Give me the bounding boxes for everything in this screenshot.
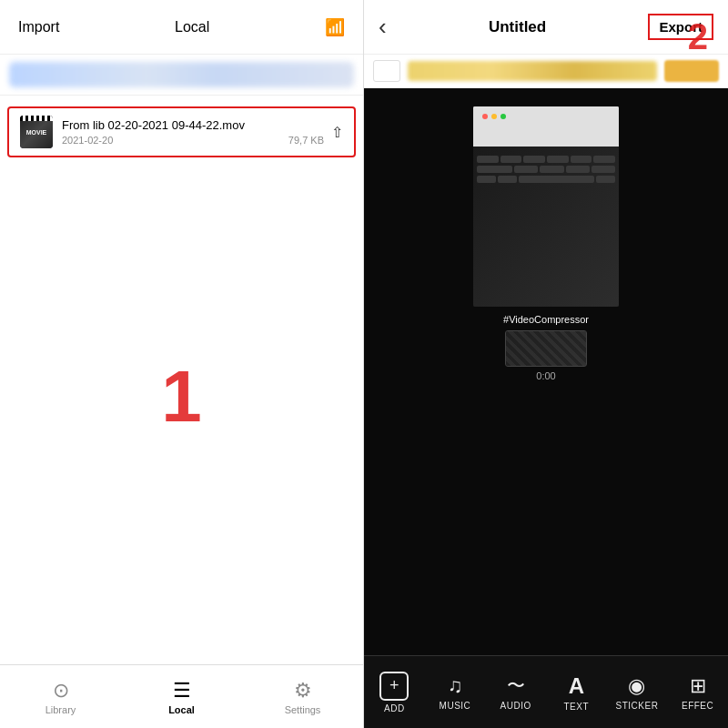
tool-label-add: ADD bbox=[384, 703, 405, 713]
left-panel: Import Local 📶 MOVIE From lib 02-20-2021… bbox=[0, 0, 364, 728]
text-icon: A bbox=[569, 673, 584, 699]
key bbox=[477, 176, 496, 183]
promo-logo bbox=[373, 60, 400, 82]
nav-item-local[interactable]: ☰ Local bbox=[121, 673, 242, 721]
settings-icon: ⚙ bbox=[294, 679, 312, 703]
key bbox=[566, 166, 590, 173]
tool-label-music: MUSIC bbox=[440, 701, 471, 711]
wifi-icon: 📶 bbox=[325, 17, 345, 37]
keyboard-mockup bbox=[473, 147, 619, 307]
file-item[interactable]: MOVIE From lib 02-20-2021 09-44-22.mov 2… bbox=[7, 106, 356, 157]
right-panel: ‹ Untitled Export 2 bbox=[364, 0, 728, 728]
key bbox=[540, 166, 563, 173]
nav-item-library[interactable]: ⊙ Library bbox=[0, 673, 121, 721]
effect-icon: ⊞ bbox=[690, 674, 706, 698]
dot-red bbox=[482, 114, 488, 119]
file-meta: 2021-02-20 79,7 KB bbox=[62, 135, 324, 146]
key bbox=[523, 156, 545, 163]
left-bottom-nav: ⊙ Library ☰ Local ⚙ Settings bbox=[0, 664, 363, 728]
key bbox=[592, 166, 615, 173]
file-icon: MOVIE bbox=[20, 116, 53, 148]
library-icon: ⊙ bbox=[53, 679, 69, 703]
nav-label-local: Local bbox=[168, 704, 195, 715]
key bbox=[500, 156, 522, 163]
video-preview bbox=[473, 106, 619, 307]
add-icon: + bbox=[379, 672, 409, 701]
timecode: 0:00 bbox=[536, 370, 555, 381]
key bbox=[571, 156, 592, 163]
search-bar-area bbox=[0, 55, 363, 96]
sticker-icon: ◉ bbox=[628, 674, 645, 698]
keyboard-rows bbox=[473, 147, 619, 192]
file-date: 2021-02-20 bbox=[62, 135, 113, 146]
file-name: From lib 02-20-2021 09-44-22.mov bbox=[62, 118, 324, 132]
key bbox=[593, 156, 615, 163]
bottom-toolbar: + ADD ♫ MUSIC 〜 AUDIO A TEXT ◉ STICKER ⊞… bbox=[364, 655, 728, 728]
nav-item-settings[interactable]: ⚙ Settings bbox=[242, 673, 363, 721]
hashtag-label: #VideoCompressor bbox=[503, 314, 589, 325]
file-icon-text: MOVIE bbox=[26, 129, 47, 136]
search-bar-blur bbox=[9, 62, 354, 87]
left-content-area: MOVIE From lib 02-20-2021 09-44-22.mov 2… bbox=[0, 96, 363, 664]
tool-add[interactable]: + ADD bbox=[371, 672, 417, 713]
audio-icon: 〜 bbox=[507, 673, 525, 698]
tool-text[interactable]: A TEXT bbox=[553, 673, 599, 712]
tool-label-text: TEXT bbox=[564, 702, 590, 712]
key bbox=[547, 156, 569, 163]
left-header: Import Local 📶 bbox=[0, 0, 363, 55]
screen-dots bbox=[482, 114, 506, 119]
back-button[interactable]: ‹ bbox=[379, 13, 387, 41]
video-area: #VideoCompressor 0:00 bbox=[364, 88, 728, 655]
tool-sticker[interactable]: ◉ STICKER bbox=[614, 674, 660, 711]
thumbnail-strip bbox=[505, 330, 587, 367]
nav-label-library: Library bbox=[46, 704, 76, 715]
key bbox=[477, 166, 512, 173]
export-button[interactable]: Export bbox=[648, 14, 713, 40]
right-header: ‹ Untitled Export bbox=[364, 0, 728, 55]
spacebar bbox=[519, 176, 594, 183]
file-details: From lib 02-20-2021 09-44-22.mov 2021-02… bbox=[62, 118, 324, 146]
key bbox=[477, 156, 499, 163]
share-icon[interactable]: ⇧ bbox=[331, 124, 343, 141]
promo-cta-button[interactable] bbox=[664, 60, 719, 82]
local-title: Local bbox=[175, 19, 209, 35]
project-title: Untitled bbox=[489, 18, 546, 36]
tool-effect[interactable]: ⊞ EFFEC bbox=[675, 674, 721, 711]
dot-green bbox=[500, 114, 506, 119]
tool-label-sticker: STICKER bbox=[616, 701, 659, 711]
local-icon: ☰ bbox=[173, 679, 191, 703]
thumb-inner bbox=[506, 331, 586, 366]
tool-audio[interactable]: 〜 AUDIO bbox=[493, 673, 539, 711]
import-button[interactable]: Import bbox=[18, 19, 59, 35]
badge-1: 1 bbox=[161, 355, 202, 439]
file-size: 79,7 KB bbox=[288, 135, 324, 146]
key bbox=[514, 166, 538, 173]
music-icon: ♫ bbox=[448, 674, 463, 698]
nav-label-settings: Settings bbox=[285, 704, 321, 715]
tool-music[interactable]: ♫ MUSIC bbox=[432, 674, 478, 711]
dot-yellow bbox=[491, 114, 497, 119]
promo-text bbox=[408, 61, 657, 81]
promo-banner[interactable] bbox=[364, 55, 728, 88]
key bbox=[596, 176, 615, 183]
key bbox=[498, 176, 517, 183]
tool-label-effect: EFFEC bbox=[682, 701, 713, 711]
file-list: MOVIE From lib 02-20-2021 09-44-22.mov 2… bbox=[0, 96, 363, 168]
tool-label-audio: AUDIO bbox=[500, 701, 531, 711]
